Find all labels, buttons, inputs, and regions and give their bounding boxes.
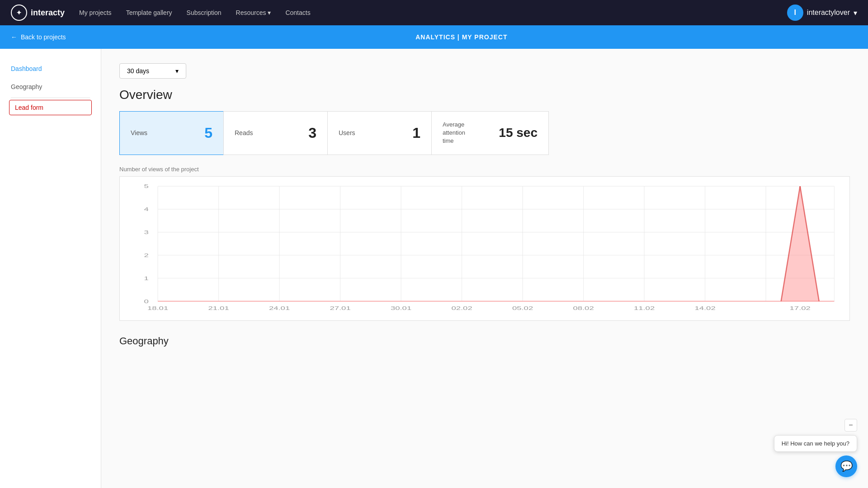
arrow-left-icon: ← <box>11 33 17 41</box>
svg-text:24.01: 24.01 <box>269 305 290 311</box>
sidebar-divider <box>11 98 90 98</box>
nav-subscription[interactable]: Subscription <box>187 9 222 16</box>
chat-tooltip: Hi! How can we help you? <box>774 435 857 452</box>
stat-value-users: 1 <box>412 125 420 141</box>
svg-text:4: 4 <box>144 206 149 212</box>
stat-label-reads: Reads <box>235 129 253 136</box>
top-navigation: interacty My projects Template gallery S… <box>0 0 868 25</box>
dropdown-arrow-icon: ▾ <box>175 67 179 75</box>
sidebar: Dashboard Geography Lead form <box>0 49 101 488</box>
stat-value-reads: 3 <box>308 125 316 141</box>
logo-icon <box>11 5 27 21</box>
main-content: 30 days ▾ Overview Views 5 Reads 3 Users… <box>101 49 868 488</box>
chart-svg: 0 1 2 3 4 5 <box>120 177 849 320</box>
svg-text:02.02: 02.02 <box>451 305 472 311</box>
stat-card-attention[interactable]: Average attention time 15 sec <box>431 111 549 155</box>
nav-my-projects[interactable]: My projects <box>79 9 112 16</box>
svg-text:0: 0 <box>144 298 149 304</box>
user-menu[interactable]: I interactylover ▾ <box>787 5 857 21</box>
chart-area: 0 1 2 3 4 5 <box>119 176 850 321</box>
stat-label-users: Users <box>339 129 355 136</box>
main-layout: Dashboard Geography Lead form 30 days ▾ … <box>0 49 868 488</box>
sidebar-item-geography[interactable]: Geography <box>0 78 101 96</box>
username: interactylover <box>807 9 850 17</box>
stat-label-views: Views <box>131 129 147 136</box>
back-to-projects-button[interactable]: ← Back to projects <box>11 33 66 41</box>
nav-resources[interactable]: Resources <box>236 9 271 16</box>
chevron-down-icon: ▾ <box>854 9 857 17</box>
stat-value-attention: 15 sec <box>499 126 538 140</box>
chat-collapse-button[interactable]: − <box>844 419 857 432</box>
overview-title: Overview <box>119 88 850 102</box>
chat-open-button[interactable]: 💬 <box>835 455 857 477</box>
svg-text:05.02: 05.02 <box>512 305 533 311</box>
stat-label-attention: Average attention time <box>443 121 465 145</box>
brand-name: interacty <box>31 8 65 18</box>
chat-icon: 💬 <box>840 460 853 472</box>
stat-card-reads[interactable]: Reads 3 <box>223 111 327 155</box>
stat-card-views[interactable]: Views 5 <box>119 111 223 155</box>
svg-text:30.01: 30.01 <box>391 305 411 311</box>
svg-marker-25 <box>781 186 819 301</box>
avatar: I <box>787 5 803 21</box>
stat-cards: Views 5 Reads 3 Users 1 Average attentio… <box>119 111 850 155</box>
sidebar-item-dashboard[interactable]: Dashboard <box>0 60 101 78</box>
page-title: ANALYTICS | MY PROJECT <box>66 33 857 41</box>
stat-card-users[interactable]: Users 1 <box>327 111 431 155</box>
svg-text:11.02: 11.02 <box>634 305 655 311</box>
nav-contacts[interactable]: Contacts <box>285 9 310 16</box>
nav-links: My projects Template gallery Subscriptio… <box>79 9 773 16</box>
svg-text:18.01: 18.01 <box>147 305 168 311</box>
chart-label: Number of views of the project <box>119 166 850 173</box>
svg-text:17.02: 17.02 <box>790 305 811 311</box>
svg-text:5: 5 <box>144 183 149 189</box>
date-range-dropdown[interactable]: 30 days ▾ <box>119 63 186 79</box>
svg-text:14.02: 14.02 <box>694 305 715 311</box>
brand-logo[interactable]: interacty <box>11 5 65 21</box>
geography-section-title: Geography <box>119 335 850 347</box>
svg-text:2: 2 <box>144 252 149 258</box>
stat-value-views: 5 <box>204 125 212 141</box>
nav-template-gallery[interactable]: Template gallery <box>126 9 172 16</box>
sidebar-item-lead-form[interactable]: Lead form <box>9 100 92 115</box>
svg-text:21.01: 21.01 <box>208 305 229 311</box>
chat-widget: − Hi! How can we help you? 💬 <box>774 419 857 477</box>
subheader: ← Back to projects ANALYTICS | MY PROJEC… <box>0 25 868 49</box>
svg-text:1: 1 <box>144 275 149 281</box>
svg-text:27.01: 27.01 <box>330 305 350 311</box>
svg-text:3: 3 <box>144 229 149 235</box>
svg-text:08.02: 08.02 <box>573 305 594 311</box>
